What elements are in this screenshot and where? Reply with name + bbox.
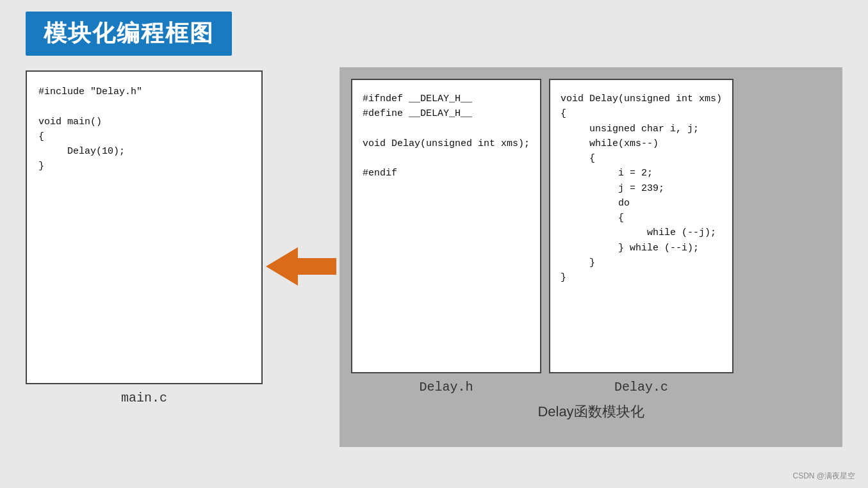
- content-area: #include "Delay.h" void main() { Delay(1…: [26, 67, 842, 462]
- arrow-container: [263, 110, 340, 423]
- page-title: 模块化编程框图: [44, 20, 214, 46]
- delay-c-file-box: void Delay(unsigned int xms) { unsigned …: [549, 79, 733, 373]
- main-c-file-box: #include "Delay.h" void main() { Delay(1…: [26, 70, 263, 384]
- delay-h-section: #ifndef __DELAY_H__ #define __DELAY_H__ …: [351, 79, 541, 394]
- delay-h-label: Delay.h: [351, 380, 541, 394]
- delay-h-code: #ifndef __DELAY_H__ #define __DELAY_H__ …: [363, 92, 530, 181]
- main-c-label: main.c: [26, 391, 263, 405]
- title-bar: 模块化编程框图: [26, 12, 232, 56]
- svg-marker-0: [266, 247, 336, 286]
- left-arrow-icon: [266, 244, 336, 289]
- module-files: #ifndef __DELAY_H__ #define __DELAY_H__ …: [351, 79, 831, 394]
- delay-c-label: Delay.c: [549, 380, 733, 394]
- delay-c-section: void Delay(unsigned int xms) { unsigned …: [549, 79, 733, 394]
- main-c-code: #include "Delay.h" void main() { Delay(1…: [38, 85, 250, 174]
- delay-c-code: void Delay(unsigned int xms) { unsigned …: [561, 92, 722, 285]
- delay-h-file-box: #ifndef __DELAY_H__ #define __DELAY_H__ …: [351, 79, 541, 373]
- module-label: Delay函数模块化: [351, 402, 831, 421]
- main-c-section: #include "Delay.h" void main() { Delay(1…: [26, 67, 263, 405]
- module-box: #ifndef __DELAY_H__ #define __DELAY_H__ …: [340, 67, 842, 447]
- watermark: CSDN @满夜星空: [792, 471, 855, 482]
